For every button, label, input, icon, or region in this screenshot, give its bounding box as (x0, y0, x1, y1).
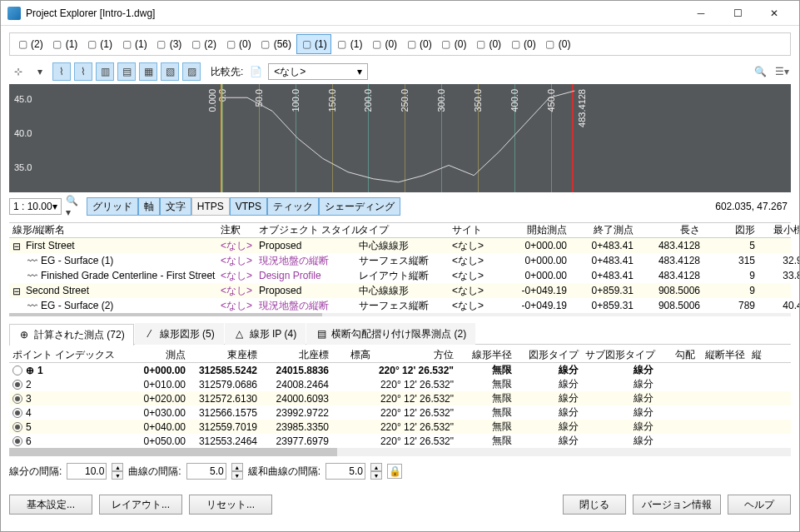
toolbar-item-15[interactable]: ▢(0) (541, 34, 574, 54)
close-dialog-button[interactable]: 閉じる (563, 495, 626, 515)
ease-interval-input[interactable] (325, 463, 365, 480)
col-header[interactable]: 線形半径 (457, 348, 515, 362)
row-north: 24015.8836 (261, 365, 332, 376)
col-header[interactable]: サブ図形タイプ (582, 348, 657, 362)
row-name: Finished Grade Centerline - First Street (41, 270, 215, 281)
toolbar-item-2[interactable]: ▢(1) (82, 34, 116, 54)
tool-section1-icon[interactable]: ▥ (96, 62, 114, 81)
basic-settings-button[interactable]: 基本設定... (9, 495, 92, 515)
toggle-軸[interactable]: 軸 (138, 197, 160, 216)
alignment-row[interactable]: 〰Finished Grade Centerline - First Stree… (9, 268, 791, 283)
toolbar-item-12[interactable]: ▢(0) (437, 34, 470, 54)
station-row[interactable]: 20+010.00312579.068624008.2464220° 12' 2… (9, 377, 791, 391)
col-header[interactable]: 測点 (126, 348, 189, 362)
row-figtype: 線分 (515, 405, 582, 420)
tool-section3-icon[interactable]: ▦ (139, 62, 157, 81)
search-icon[interactable]: 🔍 (751, 62, 769, 81)
toolbar-item-10[interactable]: ▢(0) (367, 34, 400, 54)
ease-interval-spinner[interactable]: ▲▼ (370, 463, 382, 480)
col-header[interactable]: 図形 (703, 223, 758, 237)
alignment-row[interactable]: 〰EG - Surface (1)<なし>現況地盤の縦断サーフェス縦断<なし>0… (9, 253, 791, 268)
col-header[interactable]: 線形/縦断名 (9, 223, 217, 237)
zoom-icon[interactable]: 🔍▾ (65, 197, 83, 216)
tool-profile1-icon[interactable]: ⌇ (52, 62, 71, 81)
toolbar-item-13[interactable]: ▢(0) (471, 34, 504, 54)
h-scrollbar-lower[interactable] (9, 448, 791, 456)
tool-section2-icon[interactable]: ▤ (117, 62, 136, 81)
maximize-button[interactable]: ☐ (719, 2, 756, 25)
col-header[interactable]: 長さ (637, 223, 703, 237)
tool-placemark-icon[interactable]: ⊹ (9, 62, 27, 81)
compare-combo[interactable]: <なし>▾ (268, 63, 368, 80)
close-button[interactable]: ✕ (756, 2, 793, 25)
alignment-row[interactable]: ⊟Second Street<なし>Proposed中心線線形<なし>-0+04… (9, 283, 791, 298)
compare-icon[interactable]: 📄 (246, 62, 265, 81)
col-header[interactable]: 縦 (748, 348, 765, 362)
col-header[interactable]: ポイント インデックス (9, 348, 126, 362)
col-header[interactable]: 北座標 (261, 348, 332, 362)
tab-target[interactable]: ⊕計算された測点 (72) (9, 324, 134, 346)
curve-interval-spinner[interactable]: ▲▼ (231, 463, 243, 480)
col-header[interactable]: 終了測点 (570, 223, 637, 237)
col-header[interactable]: 縦断半径 (698, 348, 748, 362)
curve-interval-input[interactable] (186, 463, 226, 480)
col-header[interactable]: 最小標高 (758, 223, 800, 237)
station-row[interactable]: 30+020.00312572.613024000.6093220° 12' 2… (9, 391, 791, 405)
toolbar-item-0[interactable]: ▢(2) (13, 34, 47, 54)
reset-button[interactable]: リセット... (189, 495, 272, 515)
alignment-row[interactable]: ⊟First Street<なし>Proposed中心線線形<なし>0+000.… (9, 238, 791, 253)
toolbar-item-1[interactable]: ▢(1) (48, 34, 82, 54)
tool-dropdown-icon[interactable]: ▾ (31, 62, 49, 81)
col-header[interactable]: 方位 (374, 348, 457, 362)
toolbar-item-11[interactable]: ▢(0) (402, 34, 435, 54)
station-row[interactable]: 40+030.00312566.157523992.9722220° 12' 2… (9, 405, 791, 420)
station-row[interactable]: 60+050.00312553.246423977.6979220° 12' 2… (9, 434, 791, 448)
minimize-button[interactable]: ─ (683, 2, 719, 25)
toggle-グリッド[interactable]: グリッド (87, 197, 138, 216)
col-header[interactable]: 東座標 (189, 348, 261, 362)
row-len: 483.4128 (637, 255, 703, 266)
toolbar-item-5[interactable]: ▢(2) (186, 34, 220, 54)
version-button[interactable]: バージョン情報 (633, 495, 721, 515)
profile-chart[interactable]: 35.040.045.00.050.0100.0150.0200.0250.03… (9, 84, 791, 192)
layout-button[interactable]: レイアウト... (99, 495, 182, 515)
col-header[interactable]: オブジェクト スタイル (256, 223, 355, 237)
list-menu-icon[interactable]: ☰▾ (773, 62, 791, 81)
tab-line[interactable]: ∕線形図形 (5) (135, 323, 224, 345)
col-header[interactable]: タイプ (355, 223, 449, 237)
col-header[interactable]: 図形タイプ (515, 348, 582, 362)
row-start: 0+000.00 (504, 240, 570, 251)
col-header[interactable]: 注釈 (217, 223, 256, 237)
toolbar-item-6[interactable]: ▢(0) (221, 34, 255, 54)
station-row[interactable]: ⊕10+000.00312585.524224015.8836220° 12' … (9, 363, 791, 377)
toggle-文字[interactable]: 文字 (160, 197, 191, 216)
tool-section5-icon[interactable]: ▨ (182, 62, 201, 81)
lock-icon[interactable]: 🔒 (387, 464, 402, 479)
tab-doc[interactable]: ▤横断勾配摺り付け限界測点 (2) (306, 323, 475, 345)
seg-interval-spinner[interactable]: ▲▼ (112, 463, 123, 480)
alignment-row[interactable]: 〰EG - Surface (2)<なし>現況地盤の縦断サーフェス縦断<なし>-… (9, 298, 791, 313)
tab-tri[interactable]: △線形 IP (4) (225, 323, 306, 345)
help-button[interactable]: ヘルプ (728, 495, 791, 515)
col-header[interactable]: 勾配 (657, 348, 698, 362)
col-header[interactable]: 標高 (332, 348, 374, 362)
toolbar-item-4[interactable]: ▢(3) (152, 34, 186, 54)
toggle-HTPS[interactable]: HTPS (191, 197, 230, 216)
toggle-シェーディング[interactable]: シェーディング (319, 197, 400, 216)
toggle-VTPS[interactable]: VTPS (230, 197, 267, 216)
toolbar-item-8[interactable]: ▢(1) (296, 34, 331, 54)
footer-buttons: 基本設定... レイアウト... リセット... 閉じる バージョン情報 ヘルプ (9, 495, 791, 515)
toolbar-item-3[interactable]: ▢(1) (117, 34, 151, 54)
col-header[interactable]: サイト (449, 223, 504, 237)
col-header[interactable]: 開始測点 (504, 223, 570, 237)
scale-combo[interactable]: 1 : 10.00 ▾ (9, 198, 62, 215)
station-row[interactable]: 50+040.00312559.701923985.3350220° 12' 2… (9, 420, 791, 434)
tool-profile2-icon[interactable]: ⌇ (74, 62, 92, 81)
toolbar-item-9[interactable]: ▢(1) (333, 34, 366, 54)
toolbar-item-14[interactable]: ▢(0) (506, 34, 539, 54)
toggle-ティック[interactable]: ティック (267, 197, 319, 216)
toolbar-item-7[interactable]: ▢(56) (256, 34, 295, 54)
h-scrollbar[interactable] (9, 313, 791, 316)
seg-interval-input[interactable] (67, 463, 107, 480)
tool-section4-icon[interactable]: ▧ (161, 62, 179, 81)
